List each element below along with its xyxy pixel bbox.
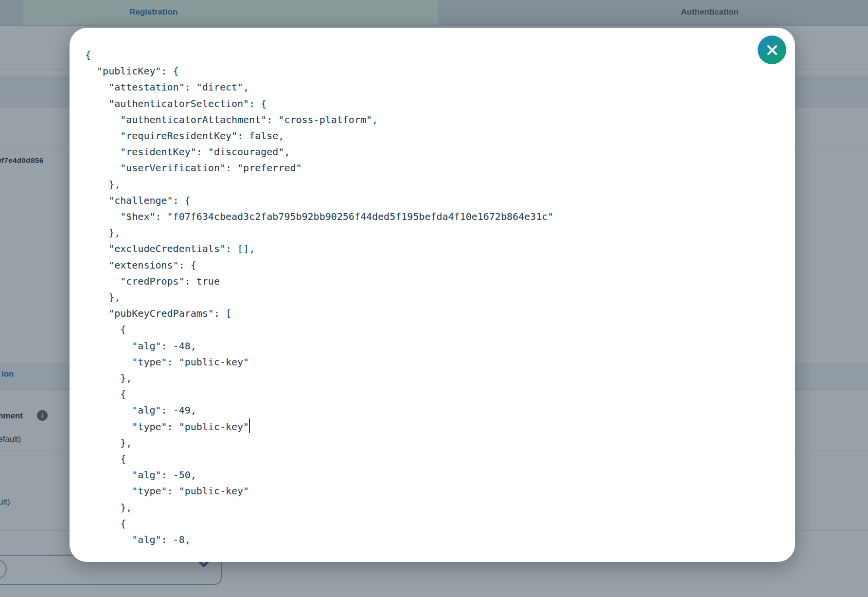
json-options-modal: { "publicKey": { "attestation": "direct"… <box>70 28 795 562</box>
text-cursor <box>249 418 250 433</box>
json-code[interactable]: { "publicKey": { "attestation": "direct"… <box>85 47 751 548</box>
webauthn-debugger-page: Registration Authentication 0f7e4d0d856 … <box>0 0 868 597</box>
close-icon <box>766 44 778 56</box>
json-editor[interactable]: { "publicKey": { "attestation": "direct"… <box>85 47 751 556</box>
close-button[interactable] <box>758 36 786 64</box>
